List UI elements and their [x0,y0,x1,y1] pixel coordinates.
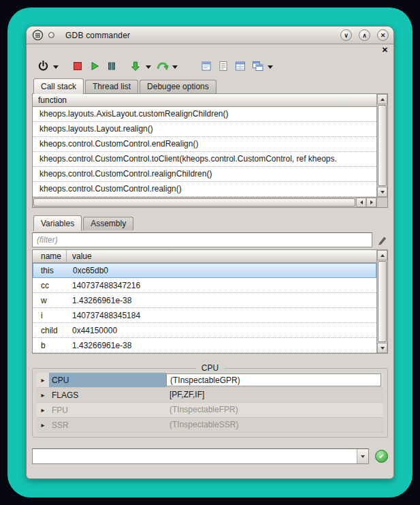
variable-value: 0xc65db0 [67,266,108,275]
variables-vertical-scrollbar[interactable] [376,250,387,353]
register-category-value[interactable]: (TInspectableGPR) [166,373,381,386]
log-view-button[interactable] [215,58,231,76]
register-category-name: FPU [49,403,166,417]
send-command-button[interactable]: ✔ [375,450,388,463]
scroll-up-icon[interactable] [377,250,387,260]
register-category-value[interactable]: [PF,ZF,IF] [166,388,381,401]
step-into-dropdown[interactable] [144,58,152,76]
memory-view-button[interactable] [232,58,248,76]
source-view-button[interactable] [198,58,214,76]
titlebar[interactable]: GDB commander ∨ ∧ ✕ [27,27,393,44]
frame-function-text: kheops.layouts.Layout.realign() [39,124,153,134]
callstack-column-header[interactable]: function [33,94,376,107]
step-over-icon [156,61,169,74]
stop-button[interactable] [69,58,86,76]
start-options-dropdown[interactable] [52,58,60,76]
filter-input[interactable] [32,232,372,247]
scrollbar-track[interactable] [377,260,387,343]
tab-label: Call stack [41,82,76,91]
continue-button[interactable] [86,58,103,76]
variable-name: i [33,311,67,320]
variables-panel: name value this 0xc65db0 [32,249,388,354]
tab-label: Assembly [91,219,126,228]
variable-row[interactable]: this 0xc65db0 [33,263,376,278]
callstack-frame-row[interactable]: kheops.control.CustomControl.endRealign(… [33,137,376,152]
scrollbar-handle[interactable] [378,105,387,186]
register-category-row[interactable]: ▸ CPU (TInspectableGPR) [37,373,383,388]
gdb-commander-window: GDB commander ∨ ∧ ✕ ✕ [26,26,394,479]
step-over-dropdown[interactable] [171,58,179,76]
stop-icon [73,61,82,73]
sticky-icon[interactable] [48,32,54,38]
scroll-down-icon[interactable] [377,343,387,353]
register-category-value[interactable]: (TInspectableSSR) [166,418,381,431]
shade-button[interactable]: ∨ [340,29,352,41]
callstack-horizontal-scrollbar[interactable] [33,197,387,207]
callstack-frame-row[interactable]: kheops.layouts.AxisLayout.customRealignC… [33,107,376,122]
expander-icon[interactable]: ▸ [37,388,49,403]
callstack-frame-row[interactable]: kheops.control.CustomControl.realign() [33,182,376,197]
scroll-down-icon[interactable] [377,187,387,197]
variable-value: 140737488347216 [67,281,140,290]
callstack-vertical-scrollbar[interactable] [376,94,387,197]
frame-function-text: kheops.layouts.AxisLayout.customRealignC… [39,109,228,119]
callstack-frame-row[interactable]: kheops.layouts.Layout.realign() [33,122,376,137]
scroll-up-icon[interactable] [377,94,387,104]
dock-header: ✕ [27,44,393,55]
cpu-inspector: CPU ▸ CPU (TInspectableGPR) ▸ FLAGS [ [32,363,388,438]
expander-icon[interactable]: ▸ [37,373,49,388]
cpu-register-rows: ▸ CPU (TInspectableGPR) ▸ FLAGS [PF,ZF,I… [37,373,383,433]
expander-icon[interactable]: ▸ [37,403,49,418]
pause-button[interactable] [103,58,120,76]
window-title: GDB commander [65,31,130,40]
tab[interactable]: Thread list [85,80,138,93]
tab-label: Variables [41,219,74,228]
expander-icon[interactable]: ▸ [37,418,49,433]
variables-rows: this 0xc65db0 cc 140737488347216 [33,263,376,353]
tab-label: Debugee options [147,82,209,91]
source-view-icon [201,61,212,74]
register-category-value[interactable]: (TInspectableFPR) [166,403,381,416]
register-category-row[interactable]: ▸ SSR (TInspectableSSR) [37,418,383,433]
command-row: ✔ [32,448,388,464]
function-column-label: function [38,95,67,105]
variable-row[interactable]: w 1.43266961e-38 [33,293,376,308]
scroll-left-icon[interactable] [356,198,366,207]
callstack-frame-row[interactable]: kheops.control.CustomControl.toClient(kh… [33,152,376,167]
variable-value: 0x44150000 [67,326,117,335]
tab[interactable]: Assembly [83,217,133,230]
variable-row[interactable]: cc 140737488347216 [33,278,376,293]
widget-close-icon[interactable]: ✕ [382,46,388,54]
tab[interactable]: Debugee options [140,80,216,93]
filter-icon[interactable] [376,234,388,246]
frame-function-text: kheops.control.CustomControl.realignChil… [39,169,212,179]
value-column-header[interactable]: value [67,251,92,261]
scrollbar-track[interactable] [377,104,387,187]
window-list-button[interactable] [249,58,265,76]
maximize-button[interactable]: ∧ [359,29,370,41]
scrollbar-handle[interactable] [33,198,355,206]
callstack-frame-row[interactable]: kheops.control.CustomControl.realignChil… [33,167,376,182]
variable-row[interactable]: i 140737488345184 [33,308,376,323]
window-menu-icon[interactable] [31,29,44,42]
start-debugging-button[interactable] [35,58,51,76]
scrollbar-handle[interactable] [378,261,387,342]
window-list-dropdown[interactable] [266,58,274,76]
gdb-command-combobox[interactable] [32,448,369,464]
variable-row[interactable]: b 1.43266961e-38 [33,338,376,353]
tab[interactable]: Call stack [33,78,84,94]
step-into-button[interactable] [127,58,144,76]
combo-dropdown-icon[interactable] [357,449,368,463]
scroll-right-icon[interactable] [366,198,376,207]
name-column-header[interactable]: name [33,250,67,262]
tab[interactable]: Variables [33,215,82,231]
variable-value: 140737488345184 [67,311,140,320]
step-over-button[interactable] [154,58,170,76]
register-category-row[interactable]: ▸ FPU (TInspectableFPR) [37,403,383,418]
variable-row[interactable]: child 0x44150000 [33,323,376,338]
gdb-command-input[interactable] [33,449,357,463]
close-button[interactable]: ✕ [377,29,389,41]
step-into-icon [130,61,141,74]
register-category-row[interactable]: ▸ FLAGS [PF,ZF,IF] [37,388,383,403]
frame-function-text: kheops.control.CustomControl.toClient(kh… [39,154,337,164]
